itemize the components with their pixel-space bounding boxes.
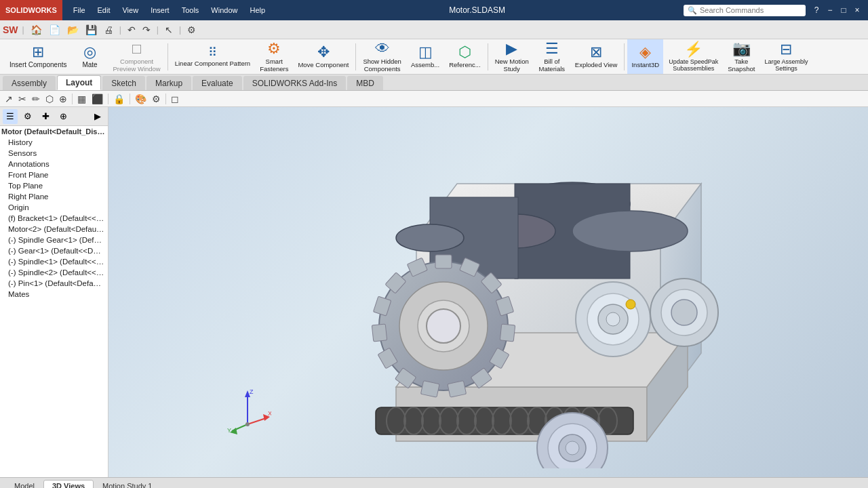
sidebar-expand-arrow[interactable]: ▶ [90,109,105,124]
close-button[interactable]: × [852,5,863,16]
menu-file[interactable]: File [68,3,91,17]
svg-point-52 [671,300,697,325]
move-component-button[interactable]: ✥ Move Component [294,39,353,74]
tree-bracket[interactable]: (f) Bracket<1> (Default<<Default [0,213,108,224]
search-input[interactable] [700,6,795,14]
sidebar-tab-tree[interactable]: ☰ [3,109,18,124]
sec-sep-2 [108,94,108,104]
sec-icon-5[interactable]: ⊕ [57,92,69,106]
svg-rect-23 [420,381,439,398]
tree-spindle2[interactable]: (-) Spindle<2> (Default<<Defau... [0,267,108,278]
sec-icon-4[interactable]: ⬡ [43,92,56,106]
save-btn[interactable]: 💾 [83,23,99,37]
tab-mbd[interactable]: MBD [347,76,383,90]
sec-icon-8[interactable]: 🔒 [111,92,127,106]
sw-icon: SW [3,24,18,35]
open-btn[interactable]: 📂 [65,23,81,37]
sec-icon-11[interactable]: ◻ [169,92,181,106]
menu-tools[interactable]: Tools [176,3,205,17]
sec-icon-2[interactable]: ✂ [16,92,28,106]
maximize-button[interactable]: □ [838,5,849,16]
update-speedpak-label: Update SpeedPakSubassemblies [669,58,718,72]
tab-model[interactable]: Model [5,480,43,489]
new-btn[interactable]: 📄 [47,23,62,37]
tree-history[interactable]: History [0,137,108,148]
menu-help[interactable]: Help [244,3,271,17]
tab-evaluate[interactable]: Evaluate [193,76,242,90]
tab-motion-study-1[interactable]: Motion Study 1 [94,480,161,489]
tab-3d-views[interactable]: 3D Views [43,480,94,489]
exploded-view-button[interactable]: ⊠ Exploded View [571,39,622,74]
show-hidden-label: Show HiddenComponents [363,58,401,73]
tree-root[interactable]: Motor (Default<Default_Display Sta [0,126,108,137]
tab-solidworks-addins[interactable]: SOLIDWORKS Add-Ins [243,76,346,90]
sec-icon-3[interactable]: ✏ [30,92,42,106]
mate-button[interactable]: ◎ Mate [73,39,108,74]
tree-spindle1[interactable]: (-) Spindle<1> (Default<<Defau... [0,256,108,267]
sidebar-tab-header: ☰ ⚙ ✚ ⊕ ▶ [0,107,108,126]
tree-top-plane[interactable]: Top Plane [0,180,108,191]
print-btn[interactable]: 🖨 [102,23,115,37]
redo-btn[interactable]: ↷ [140,23,153,37]
new-motion-button[interactable]: ▶ New MotionStudy [491,39,533,74]
tab-sketch[interactable]: Sketch [102,76,145,90]
home-btn[interactable]: 🏠 [28,23,44,37]
tree-mates[interactable]: Mates [0,289,108,300]
show-hidden-button[interactable]: 👁 Show HiddenComponents [359,39,406,74]
sec-icon-1[interactable]: ↗ [3,92,15,106]
update-speedpak-icon: ⚡ [684,42,703,57]
tree-pin1[interactable]: (-) Pin<1> (Default<Default>_D... [0,278,108,289]
instant3d-icon: ◈ [639,45,651,60]
menu-view[interactable]: View [117,3,144,17]
mate-label: Mate [82,61,97,68]
tab-markup[interactable]: Markup [146,76,191,90]
bom-button[interactable]: ☰ Bill ofMaterials [534,39,570,74]
reference-button[interactable]: ⬡ Referenc... [445,39,484,74]
undo-btn[interactable]: ↶ [125,23,138,37]
smart-fasteners-button[interactable]: ⚙ SmartFasteners [256,39,292,74]
sep-3 [488,43,488,70]
assembly-button[interactable]: ◫ Assemb... [407,39,443,74]
sec-icon-6[interactable]: ▦ [75,92,88,106]
large-assembly-button[interactable]: ⊟ Large AssemblySettings [760,39,812,74]
sidebar-tab-favorites[interactable]: ⊕ [56,109,71,124]
component-button[interactable]: □ ComponentPreview Window [109,39,165,74]
tree-right-plane[interactable]: Right Plane [0,191,108,202]
minimize-button[interactable]: − [825,5,835,16]
tree-annotations[interactable]: Annotations [0,159,108,169]
take-snapshot-button[interactable]: 📷 TakeSnapshot [724,39,759,74]
insert-components-button[interactable]: ⊞ Insert Components [5,39,71,74]
menu-edit[interactable]: Edit [92,3,116,17]
smart-fasteners-label: SmartFasteners [260,58,288,73]
search-bar[interactable]: 🔍 [684,5,806,16]
sep3: | [157,25,159,35]
sidebar-tab-add[interactable]: ✚ [38,109,53,124]
tree-sensors[interactable]: Sensors [0,148,108,159]
3d-viewport[interactable]: Z X Y [108,107,868,477]
instant3d-button[interactable]: ◈ Instant3D [627,39,663,74]
tree-spindle-gear1[interactable]: (-) Spindle Gear<1> (Default<<D... [0,235,108,245]
tree-gear1[interactable]: (-) Gear<1> (Default<<Default>... [0,245,108,256]
svg-point-11 [572,211,688,251]
smart-fasteners-icon: ⚙ [267,41,281,56]
insert-components-icon: ⊞ [32,45,44,60]
tree-front-plane[interactable]: Front Plane [0,169,108,180]
update-speedpak-button[interactable]: ⚡ Update SpeedPakSubassemblies [665,39,722,74]
move-component-icon: ✥ [317,45,330,60]
tree-origin[interactable]: Origin [0,202,108,213]
sidebar-tab-properties[interactable]: ⚙ [20,109,35,124]
linear-pattern-button[interactable]: ⠿ Linear Component Pattern [171,39,254,74]
menu-window[interactable]: Window [205,3,243,17]
sec-icon-10[interactable]: ⚙ [150,92,163,106]
tree-motor2[interactable]: Motor<2> (Default<Default_D... [0,224,108,235]
menu-insert[interactable]: Insert [145,3,175,17]
assembly-label: Assemb... [411,61,439,68]
show-hidden-icon: 👁 [375,41,390,56]
tab-layout[interactable]: Layout [57,75,101,90]
help-button[interactable]: ? [811,5,822,16]
sec-icon-7[interactable]: ⬛ [90,92,105,106]
select-btn[interactable]: ↖ [163,23,175,37]
options-btn[interactable]: ⚙ [185,23,198,37]
tab-assembly[interactable]: Assembly [3,76,56,90]
sec-icon-9[interactable]: 🎨 [133,92,149,106]
